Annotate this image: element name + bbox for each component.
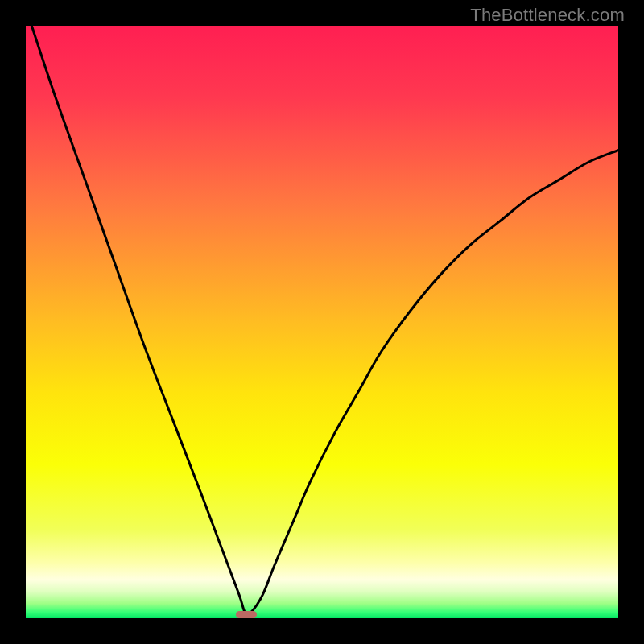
- chart-frame: TheBottleneck.com: [0, 0, 644, 644]
- plot-area: [26, 26, 618, 618]
- bottleneck-curve: [26, 26, 618, 618]
- minimum-marker: [236, 611, 257, 618]
- watermark-text: TheBottleneck.com: [470, 5, 625, 26]
